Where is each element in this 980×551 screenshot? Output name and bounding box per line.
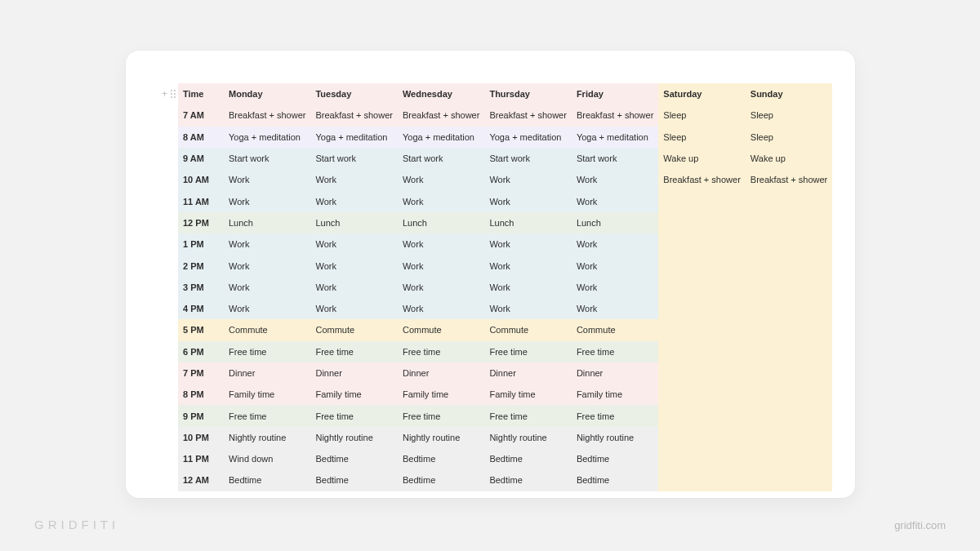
cell-friday[interactable]: Start work: [572, 148, 658, 169]
cell-thursday[interactable]: Work: [484, 190, 571, 211]
table-row[interactable]: 10 AMWorkWorkWorkWorkWorkBreakfast + sho…: [178, 169, 832, 190]
plus-icon[interactable]: +: [162, 89, 167, 99]
cell-thursday[interactable]: Work: [484, 169, 571, 190]
table-row[interactable]: 7 AMBreakfast + showerBreakfast + shower…: [178, 104, 832, 126]
col-header-thursday[interactable]: Thursday: [484, 83, 571, 104]
cell-friday[interactable]: Free time: [572, 341, 658, 362]
cell-time[interactable]: 7 AM: [178, 104, 224, 126]
cell-monday[interactable]: Nightly routine: [224, 427, 310, 448]
cell-wednesday[interactable]: Commute: [398, 319, 484, 340]
cell-time[interactable]: 2 PM: [178, 255, 224, 276]
cell-thursday[interactable]: Nightly routine: [484, 427, 571, 448]
table-row[interactable]: 5 PMCommuteCommuteCommuteCommuteCommute: [178, 319, 832, 340]
cell-thursday[interactable]: Yoga + meditation: [484, 127, 571, 148]
cell-wednesday[interactable]: Breakfast + shower: [398, 104, 484, 126]
cell-friday[interactable]: Work: [572, 255, 658, 276]
cell-monday[interactable]: Dinner: [224, 362, 310, 384]
cell-monday[interactable]: Free time: [224, 405, 310, 426]
cell-sunday[interactable]: [746, 341, 832, 362]
table-row[interactable]: 10 PMNightly routineNightly routineNight…: [178, 427, 832, 448]
cell-friday[interactable]: Work: [572, 233, 658, 255]
cell-sunday[interactable]: [746, 362, 832, 384]
cell-time[interactable]: 10 PM: [178, 427, 224, 448]
cell-saturday[interactable]: [658, 384, 745, 405]
table-row[interactable]: 11 AMWorkWorkWorkWorkWork: [178, 190, 832, 211]
cell-friday[interactable]: Work: [572, 298, 658, 319]
cell-friday[interactable]: Lunch: [572, 212, 658, 233]
cell-monday[interactable]: Lunch: [224, 212, 310, 233]
cell-thursday[interactable]: Commute: [484, 319, 571, 340]
cell-monday[interactable]: Breakfast + shower: [224, 104, 310, 126]
cell-sunday[interactable]: Sleep: [746, 127, 832, 148]
cell-monday[interactable]: Family time: [224, 384, 310, 405]
table-row[interactable]: 1 PMWorkWorkWorkWorkWork: [178, 233, 832, 255]
table-row[interactable]: 3 PMWorkWorkWorkWorkWork: [178, 277, 832, 298]
cell-time[interactable]: 9 AM: [178, 148, 224, 169]
cell-wednesday[interactable]: Work: [398, 298, 484, 319]
cell-thursday[interactable]: Bedtime: [484, 448, 571, 469]
cell-tuesday[interactable]: Bedtime: [310, 448, 397, 469]
cell-sunday[interactable]: [746, 427, 832, 448]
cell-time[interactable]: 7 PM: [178, 362, 224, 384]
cell-saturday[interactable]: [658, 448, 745, 469]
cell-monday[interactable]: Start work: [224, 148, 310, 169]
cell-time[interactable]: 1 PM: [178, 233, 224, 255]
cell-tuesday[interactable]: Work: [310, 190, 397, 211]
cell-sunday[interactable]: [746, 212, 832, 233]
table-row[interactable]: 9 PMFree timeFree timeFree timeFree time…: [178, 405, 832, 426]
cell-saturday[interactable]: Breakfast + shower: [658, 169, 745, 190]
cell-tuesday[interactable]: Breakfast + shower: [310, 104, 397, 126]
cell-time[interactable]: 8 PM: [178, 384, 224, 405]
cell-tuesday[interactable]: Nightly routine: [310, 427, 397, 448]
cell-saturday[interactable]: [658, 469, 745, 491]
table-row[interactable]: 4 PMWorkWorkWorkWorkWork: [178, 298, 832, 319]
cell-tuesday[interactable]: Work: [310, 169, 397, 190]
cell-tuesday[interactable]: Work: [310, 298, 397, 319]
cell-monday[interactable]: Yoga + meditation: [224, 127, 310, 148]
cell-time[interactable]: 11 PM: [178, 448, 224, 469]
cell-saturday[interactable]: [658, 233, 745, 255]
cell-sunday[interactable]: Breakfast + shower: [746, 169, 832, 190]
cell-tuesday[interactable]: Bedtime: [310, 469, 397, 491]
table-row[interactable]: 2 PMWorkWorkWorkWorkWork: [178, 255, 832, 276]
cell-sunday[interactable]: [746, 405, 832, 426]
cell-friday[interactable]: Work: [572, 169, 658, 190]
cell-monday[interactable]: Work: [224, 169, 310, 190]
cell-sunday[interactable]: [746, 469, 832, 491]
cell-time[interactable]: 9 PM: [178, 405, 224, 426]
cell-wednesday[interactable]: Work: [398, 255, 484, 276]
cell-saturday[interactable]: [658, 212, 745, 233]
cell-wednesday[interactable]: Free time: [398, 405, 484, 426]
cell-wednesday[interactable]: Dinner: [398, 362, 484, 384]
cell-wednesday[interactable]: Bedtime: [398, 448, 484, 469]
col-header-tuesday[interactable]: Tuesday: [310, 83, 397, 104]
col-header-sunday[interactable]: Sunday: [746, 83, 832, 104]
cell-saturday[interactable]: [658, 405, 745, 426]
cell-tuesday[interactable]: Work: [310, 233, 397, 255]
cell-friday[interactable]: Work: [572, 190, 658, 211]
cell-sunday[interactable]: [746, 319, 832, 340]
cell-time[interactable]: 3 PM: [178, 277, 224, 298]
cell-wednesday[interactable]: Lunch: [398, 212, 484, 233]
cell-monday[interactable]: Work: [224, 190, 310, 211]
cell-saturday[interactable]: [658, 341, 745, 362]
cell-saturday[interactable]: [658, 362, 745, 384]
cell-monday[interactable]: Work: [224, 255, 310, 276]
cell-sunday[interactable]: [746, 277, 832, 298]
cell-time[interactable]: 4 PM: [178, 298, 224, 319]
cell-friday[interactable]: Bedtime: [572, 448, 658, 469]
cell-wednesday[interactable]: Work: [398, 169, 484, 190]
cell-tuesday[interactable]: Dinner: [310, 362, 397, 384]
schedule-table[interactable]: Time Monday Tuesday Wednesday Thursday F…: [178, 83, 832, 491]
cell-friday[interactable]: Commute: [572, 319, 658, 340]
cell-monday[interactable]: Wind down: [224, 448, 310, 469]
cell-monday[interactable]: Work: [224, 233, 310, 255]
cell-friday[interactable]: Yoga + meditation: [572, 127, 658, 148]
cell-monday[interactable]: Bedtime: [224, 469, 310, 491]
cell-wednesday[interactable]: Work: [398, 233, 484, 255]
cell-tuesday[interactable]: Work: [310, 277, 397, 298]
table-row[interactable]: 6 PMFree timeFree timeFree timeFree time…: [178, 341, 832, 362]
cell-time[interactable]: 5 PM: [178, 319, 224, 340]
table-row[interactable]: 9 AMStart workStart workStart workStart …: [178, 148, 832, 169]
cell-thursday[interactable]: Lunch: [484, 212, 571, 233]
